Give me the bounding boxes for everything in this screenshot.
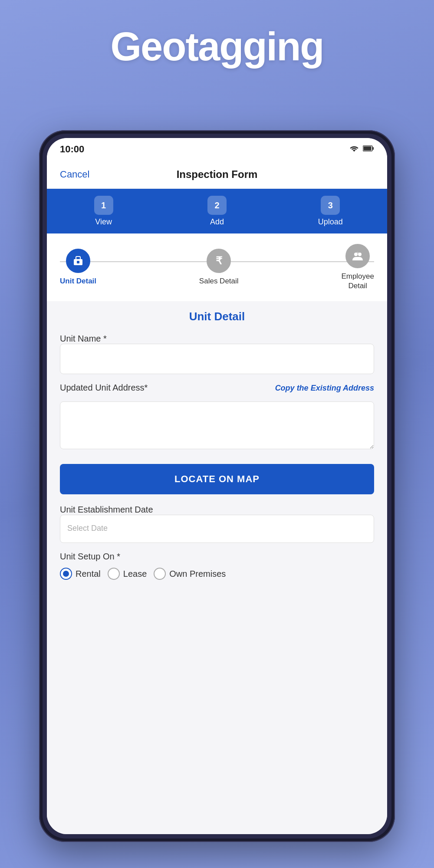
svg-rect-1 — [372, 147, 374, 150]
step-sales-detail[interactable]: ₹ Sales Detail — [199, 249, 239, 286]
establishment-date-label: Unit Establishment Date — [60, 505, 153, 514]
step-employee-detail-circle — [345, 244, 370, 268]
establishment-date-input[interactable]: Select Date — [60, 515, 374, 543]
step-employee-detail-label: EmployeeDetail — [341, 272, 374, 291]
copy-address-link[interactable]: Copy the Existing Address — [275, 384, 374, 393]
form-content: Unit Detail Unit Name * Updated Unit Add… — [47, 301, 387, 834]
unit-address-label: Updated Unit Address* — [60, 383, 148, 393]
tab-bar: 1 View 2 Add 3 Upload — [47, 189, 387, 233]
radio-lease[interactable]: Lease — [108, 568, 147, 580]
tab-view-icon: 1 — [94, 196, 113, 215]
stepper: Unit Detail ₹ Sales Detail — [47, 233, 387, 301]
tab-view[interactable]: 1 View — [47, 189, 160, 233]
radio-own-circle — [154, 568, 166, 580]
header-title: Inspection Form — [177, 168, 258, 181]
radio-rental-circle — [60, 568, 72, 580]
radio-group-setup: Rental Lease Own Premises — [60, 568, 374, 580]
status-bar: 10:00 — [47, 138, 387, 161]
unit-name-label: Unit Name * — [60, 334, 107, 343]
step-unit-detail-circle — [66, 249, 90, 273]
tab-add-label: Add — [210, 217, 224, 227]
tab-view-label: View — [95, 217, 112, 227]
radio-rental-dot — [63, 571, 69, 577]
svg-point-8 — [356, 252, 359, 255]
radio-rental-label: Rental — [76, 569, 101, 579]
tab-upload-icon: 3 — [321, 196, 340, 215]
locate-on-map-button[interactable]: LOCATE ON MAP — [60, 464, 374, 494]
phone-inner: 10:00 — [43, 134, 391, 838]
step-unit-detail-label: Unit Detail — [60, 276, 96, 286]
page-title: Geotagging — [0, 24, 434, 69]
tab-add-icon: 2 — [207, 196, 227, 215]
app-header: Cancel Inspection Form — [47, 161, 387, 189]
status-icons — [349, 145, 374, 154]
radio-rental[interactable]: Rental — [60, 568, 101, 580]
battery-icon — [363, 145, 374, 154]
unit-name-input[interactable] — [60, 344, 374, 374]
status-time: 10:00 — [60, 144, 84, 155]
tab-upload[interactable]: 3 Upload — [274, 189, 387, 233]
svg-rect-5 — [77, 261, 79, 263]
radio-lease-label: Lease — [123, 569, 147, 579]
radio-own-label: Own Premises — [169, 569, 226, 579]
address-row: Updated Unit Address* Copy the Existing … — [60, 383, 374, 397]
cancel-button[interactable]: Cancel — [60, 169, 89, 180]
unit-setup-label: Unit Setup On * — [60, 552, 120, 561]
step-sales-detail-label: Sales Detail — [199, 276, 239, 286]
step-sales-detail-circle: ₹ — [207, 249, 231, 273]
step-unit-detail[interactable]: Unit Detail — [60, 249, 96, 286]
tab-upload-label: Upload — [318, 217, 343, 227]
tab-add[interactable]: 2 Add — [160, 189, 273, 233]
wifi-icon — [349, 145, 359, 154]
svg-rect-2 — [364, 147, 372, 151]
radio-own[interactable]: Own Premises — [154, 568, 226, 580]
phone-screen: 10:00 — [47, 138, 387, 834]
section-title: Unit Detail — [60, 310, 374, 323]
unit-address-input[interactable] — [60, 401, 374, 449]
radio-lease-circle — [108, 568, 120, 580]
phone-frame: 10:00 — [39, 130, 395, 842]
step-employee-detail[interactable]: EmployeeDetail — [341, 244, 374, 291]
